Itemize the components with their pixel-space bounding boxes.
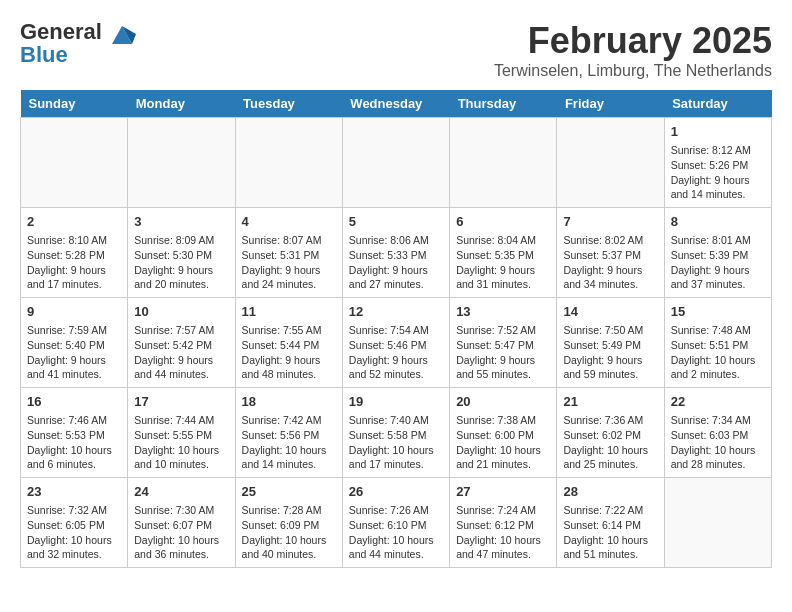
calendar-cell	[235, 118, 342, 208]
day-info: Sunset: 5:53 PM	[27, 428, 121, 443]
calendar-cell: 10Sunrise: 7:57 AMSunset: 5:42 PMDayligh…	[128, 298, 235, 388]
day-info: Sunrise: 7:59 AM	[27, 323, 121, 338]
calendar-cell: 19Sunrise: 7:40 AMSunset: 5:58 PMDayligh…	[342, 388, 449, 478]
day-number: 22	[671, 393, 765, 411]
calendar-cell: 25Sunrise: 7:28 AMSunset: 6:09 PMDayligh…	[235, 478, 342, 568]
day-info: Daylight: 9 hours and 44 minutes.	[134, 353, 228, 382]
calendar-cell: 11Sunrise: 7:55 AMSunset: 5:44 PMDayligh…	[235, 298, 342, 388]
day-info: Daylight: 9 hours and 41 minutes.	[27, 353, 121, 382]
day-info: Daylight: 10 hours and 21 minutes.	[456, 443, 550, 472]
day-info: Sunset: 5:26 PM	[671, 158, 765, 173]
day-info: Sunrise: 7:34 AM	[671, 413, 765, 428]
day-info: Daylight: 9 hours and 52 minutes.	[349, 353, 443, 382]
day-number: 11	[242, 303, 336, 321]
day-info: Sunset: 6:05 PM	[27, 518, 121, 533]
day-number: 26	[349, 483, 443, 501]
day-info: Sunset: 5:44 PM	[242, 338, 336, 353]
day-info: Sunset: 5:30 PM	[134, 248, 228, 263]
calendar-cell: 3Sunrise: 8:09 AMSunset: 5:30 PMDaylight…	[128, 208, 235, 298]
day-number: 18	[242, 393, 336, 411]
day-info: Sunrise: 7:52 AM	[456, 323, 550, 338]
day-info: Daylight: 10 hours and 6 minutes.	[27, 443, 121, 472]
day-info: Sunset: 5:35 PM	[456, 248, 550, 263]
column-header-thursday: Thursday	[450, 90, 557, 118]
day-info: Sunrise: 8:06 AM	[349, 233, 443, 248]
day-info: Sunrise: 8:02 AM	[563, 233, 657, 248]
day-info: Sunset: 6:14 PM	[563, 518, 657, 533]
day-number: 7	[563, 213, 657, 231]
title-section: February 2025 Terwinselen, Limburg, The …	[494, 20, 772, 80]
day-number: 21	[563, 393, 657, 411]
month-title: February 2025	[494, 20, 772, 62]
calendar-cell: 17Sunrise: 7:44 AMSunset: 5:55 PMDayligh…	[128, 388, 235, 478]
day-info: Daylight: 9 hours and 37 minutes.	[671, 263, 765, 292]
day-number: 27	[456, 483, 550, 501]
day-info: Sunset: 5:31 PM	[242, 248, 336, 263]
calendar-cell: 9Sunrise: 7:59 AMSunset: 5:40 PMDaylight…	[21, 298, 128, 388]
calendar-cell: 5Sunrise: 8:06 AMSunset: 5:33 PMDaylight…	[342, 208, 449, 298]
calendar-cell: 28Sunrise: 7:22 AMSunset: 6:14 PMDayligh…	[557, 478, 664, 568]
day-info: Sunset: 5:33 PM	[349, 248, 443, 263]
day-number: 20	[456, 393, 550, 411]
day-info: Sunset: 6:12 PM	[456, 518, 550, 533]
day-info: Sunrise: 8:04 AM	[456, 233, 550, 248]
day-number: 16	[27, 393, 121, 411]
calendar-cell: 12Sunrise: 7:54 AMSunset: 5:46 PMDayligh…	[342, 298, 449, 388]
day-number: 10	[134, 303, 228, 321]
day-number: 19	[349, 393, 443, 411]
column-header-wednesday: Wednesday	[342, 90, 449, 118]
day-info: Sunrise: 7:46 AM	[27, 413, 121, 428]
day-info: Daylight: 9 hours and 24 minutes.	[242, 263, 336, 292]
page-header: General Blue February 2025 Terwinselen, …	[20, 20, 772, 80]
calendar-week-5: 23Sunrise: 7:32 AMSunset: 6:05 PMDayligh…	[21, 478, 772, 568]
calendar-cell: 18Sunrise: 7:42 AMSunset: 5:56 PMDayligh…	[235, 388, 342, 478]
day-info: Sunrise: 7:30 AM	[134, 503, 228, 518]
day-info: Sunrise: 7:22 AM	[563, 503, 657, 518]
calendar-cell: 24Sunrise: 7:30 AMSunset: 6:07 PMDayligh…	[128, 478, 235, 568]
day-info: Sunset: 5:49 PM	[563, 338, 657, 353]
calendar-cell: 6Sunrise: 8:04 AMSunset: 5:35 PMDaylight…	[450, 208, 557, 298]
day-info: Sunrise: 7:57 AM	[134, 323, 228, 338]
day-info: Sunrise: 7:44 AM	[134, 413, 228, 428]
calendar-cell	[450, 118, 557, 208]
day-info: Daylight: 10 hours and 28 minutes.	[671, 443, 765, 472]
day-info: Sunset: 6:03 PM	[671, 428, 765, 443]
calendar-cell: 20Sunrise: 7:38 AMSunset: 6:00 PMDayligh…	[450, 388, 557, 478]
day-info: Sunrise: 8:10 AM	[27, 233, 121, 248]
calendar-week-4: 16Sunrise: 7:46 AMSunset: 5:53 PMDayligh…	[21, 388, 772, 478]
day-info: Sunrise: 8:01 AM	[671, 233, 765, 248]
calendar-cell: 16Sunrise: 7:46 AMSunset: 5:53 PMDayligh…	[21, 388, 128, 478]
column-header-tuesday: Tuesday	[235, 90, 342, 118]
day-info: Sunrise: 8:07 AM	[242, 233, 336, 248]
calendar-cell	[128, 118, 235, 208]
calendar-week-3: 9Sunrise: 7:59 AMSunset: 5:40 PMDaylight…	[21, 298, 772, 388]
calendar-cell: 7Sunrise: 8:02 AMSunset: 5:37 PMDaylight…	[557, 208, 664, 298]
day-info: Sunrise: 7:50 AM	[563, 323, 657, 338]
calendar-cell: 2Sunrise: 8:10 AMSunset: 5:28 PMDaylight…	[21, 208, 128, 298]
day-info: Sunset: 5:46 PM	[349, 338, 443, 353]
day-info: Sunset: 5:37 PM	[563, 248, 657, 263]
calendar-cell: 4Sunrise: 8:07 AMSunset: 5:31 PMDaylight…	[235, 208, 342, 298]
column-header-friday: Friday	[557, 90, 664, 118]
day-info: Sunset: 6:10 PM	[349, 518, 443, 533]
day-info: Daylight: 9 hours and 34 minutes.	[563, 263, 657, 292]
day-info: Sunrise: 8:12 AM	[671, 143, 765, 158]
day-number: 17	[134, 393, 228, 411]
day-number: 23	[27, 483, 121, 501]
calendar-week-1: 1Sunrise: 8:12 AMSunset: 5:26 PMDaylight…	[21, 118, 772, 208]
calendar-cell: 23Sunrise: 7:32 AMSunset: 6:05 PMDayligh…	[21, 478, 128, 568]
day-number: 25	[242, 483, 336, 501]
day-info: Sunset: 5:47 PM	[456, 338, 550, 353]
day-info: Daylight: 10 hours and 40 minutes.	[242, 533, 336, 562]
logo: General Blue	[20, 20, 136, 68]
day-info: Daylight: 10 hours and 25 minutes.	[563, 443, 657, 472]
day-info: Daylight: 9 hours and 17 minutes.	[27, 263, 121, 292]
day-info: Daylight: 10 hours and 36 minutes.	[134, 533, 228, 562]
column-header-sunday: Sunday	[21, 90, 128, 118]
location-subtitle: Terwinselen, Limburg, The Netherlands	[494, 62, 772, 80]
day-number: 14	[563, 303, 657, 321]
day-info: Daylight: 10 hours and 14 minutes.	[242, 443, 336, 472]
logo-icon	[108, 24, 136, 46]
day-info: Daylight: 10 hours and 47 minutes.	[456, 533, 550, 562]
calendar-cell: 27Sunrise: 7:24 AMSunset: 6:12 PMDayligh…	[450, 478, 557, 568]
